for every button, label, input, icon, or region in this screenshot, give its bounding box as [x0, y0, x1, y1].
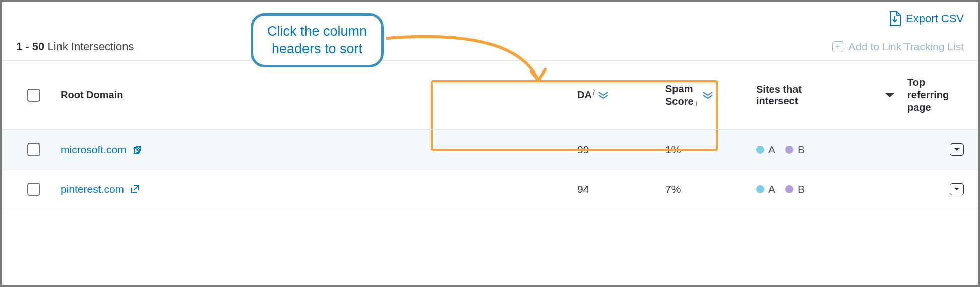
callout-line1: Click the column	[267, 23, 367, 40]
sites-intersect-cell: A B	[756, 183, 805, 195]
sort-chevron-down-icon	[884, 92, 895, 99]
results-range-text: Link Intersections	[47, 40, 134, 53]
top-referring-dropdown[interactable]	[950, 183, 964, 195]
info-icon: i	[696, 100, 698, 107]
column-header-root-domain[interactable]: Root Domain	[57, 89, 577, 101]
export-csv-button[interactable]: Export CSV	[889, 11, 964, 26]
add-to-link-tracking-label: Add to Link Tracking List	[848, 41, 964, 53]
da-label: DAi	[577, 89, 595, 101]
domain-link[interactable]: pinterest.com	[60, 183, 577, 195]
plus-icon: +	[832, 41, 843, 52]
results-range-label: 1 - 50 Link Intersections	[16, 40, 134, 53]
callout-tooltip: Click the column headers to sort	[251, 13, 384, 67]
domain-text: microsoft.com	[60, 144, 127, 156]
external-link-icon	[133, 145, 142, 154]
site-tag-a: A	[756, 183, 775, 195]
da-value: 94	[577, 183, 589, 195]
column-header-top-referring-page: Top referring page	[907, 76, 964, 114]
table-row: microsoft.com 99 1% A B	[2, 130, 978, 170]
spam-value: 7%	[665, 183, 681, 195]
sort-chevron-icon	[702, 91, 713, 99]
external-link-icon	[130, 185, 139, 194]
select-all-checkbox[interactable]	[27, 89, 40, 102]
spam-value: 1%	[665, 144, 681, 156]
dot-a-icon	[756, 185, 764, 193]
dot-b-icon	[785, 146, 793, 154]
site-tag-b: B	[785, 183, 805, 195]
row-checkbox[interactable]	[27, 143, 40, 156]
app-window: Export CSV 1 - 50 Link Intersections + A…	[2, 2, 978, 285]
root-domain-label: Root Domain	[60, 89, 123, 100]
table-header-row: Root Domain DAi Spam Scorei Sites that i…	[2, 61, 978, 130]
subheader-row: 1 - 50 Link Intersections + Add to Link …	[2, 40, 978, 61]
sites-intersect-cell: A B	[756, 144, 805, 156]
da-value: 99	[577, 144, 589, 156]
spam-score-label: Spam Scorei	[665, 83, 697, 108]
info-icon: i	[593, 89, 595, 97]
download-file-icon	[889, 11, 901, 26]
column-header-sites-intersect[interactable]: Sites that intersect	[756, 84, 907, 107]
domain-link[interactable]: microsoft.com	[60, 144, 577, 156]
column-header-spam-score[interactable]: Spam Scorei	[665, 83, 756, 108]
sort-chevron-icon	[598, 91, 609, 99]
column-checkbox	[27, 89, 57, 102]
row-checkbox[interactable]	[27, 183, 40, 196]
export-row: Export CSV	[2, 2, 978, 26]
domain-text: pinterest.com	[60, 183, 124, 195]
add-to-link-tracking-button[interactable]: + Add to Link Tracking List	[832, 41, 964, 53]
site-tag-b: B	[785, 144, 805, 156]
table-row: pinterest.com 94 7% A B	[2, 170, 978, 209]
column-header-da[interactable]: DAi	[577, 89, 665, 101]
top-referring-dropdown[interactable]	[950, 144, 964, 156]
callout-line2: headers to sort	[267, 40, 367, 58]
dot-a-icon	[756, 146, 764, 154]
site-tag-a: A	[756, 144, 775, 156]
sites-intersect-label: Sites that intersect	[756, 84, 802, 107]
dot-b-icon	[785, 185, 793, 193]
export-csv-label: Export CSV	[906, 12, 964, 25]
results-range-bold: 1 - 50	[16, 40, 44, 53]
